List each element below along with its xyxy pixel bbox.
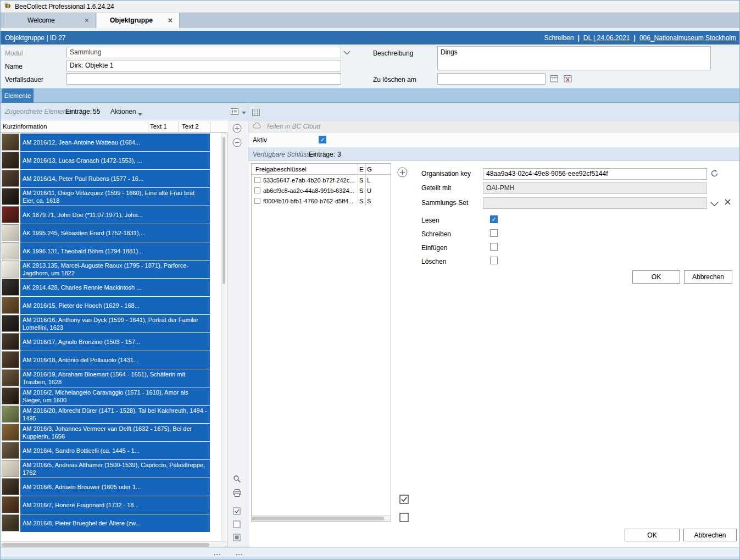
element-row[interactable]: AM 2016/5, Andreas Althamer (1500-1539),… [1, 459, 220, 478]
permission-row: Löschen [421, 256, 531, 269]
element-row[interactable]: AM 2016/17, Agnolo Bronzino (1503 - 157.… [1, 332, 220, 351]
element-row[interactable]: AM 2016/8, Pieter Brueghel der Ältere (z… [1, 514, 220, 532]
scrollbar-thumb[interactable] [252, 517, 384, 520]
permission-checkbox[interactable] [490, 229, 498, 237]
close-icon[interactable]: × [167, 17, 174, 24]
element-row[interactable]: AM 2016/15, Pieter de Hooch (1629 - 168.… [1, 296, 220, 314]
permission-label: Einfügen [421, 244, 447, 252]
column-freigabeschluessel[interactable]: Freigabeschlüssel [255, 166, 358, 173]
vertical-scrollbar[interactable] [221, 133, 226, 541]
organisation-key-input[interactable]: 48aa9a43-02c4-49e8-9056-eee92cf5144f [483, 168, 707, 180]
key-row[interactable]: ab6cf9c8-aa2c-44a8-991b-6324...SU [252, 185, 391, 196]
ok-button[interactable]: OK [632, 270, 680, 284]
search-icon[interactable] [231, 473, 242, 484]
key-checkbox[interactable] [254, 198, 260, 204]
zu-loeschen-input[interactable] [437, 73, 546, 85]
key-checkbox[interactable] [254, 177, 260, 183]
uncheck-all-icon[interactable] [231, 519, 242, 530]
key-row[interactable]: f0004b10-bfb1-4760-b762-d5ff4...SS [252, 196, 391, 206]
element-row[interactable]: AK 1996.131, Theobald Böhm (1794-1881)..… [1, 242, 220, 260]
element-row[interactable]: AM 2016/2, Michelangelo Caravaggio (1571… [1, 387, 220, 405]
element-row[interactable]: AM 2016/19, Abraham Bloemart (1564 - 165… [1, 369, 220, 387]
column-text2[interactable]: Text 2 [182, 123, 199, 130]
element-row[interactable]: AM 2016/6, Adriaen Brouwer (1605 oder 1.… [1, 478, 220, 496]
add-elements-icon[interactable] [231, 123, 242, 134]
modul-select[interactable]: Sammlung [66, 47, 341, 58]
permission-checkbox[interactable] [490, 243, 498, 251]
grid-view-icon[interactable] [251, 107, 261, 118]
name-input[interactable]: Dirk: Objekte 1 [66, 60, 341, 71]
element-row[interactable]: AM 2016/13, Lucas Cranach (1472-1553), .… [1, 151, 220, 169]
verfallsdauer-input[interactable] [66, 73, 341, 85]
add-key-icon[interactable] [397, 167, 408, 178]
element-row[interactable]: AK 1995.245, Sébastien Erard (1752-1831)… [1, 224, 220, 242]
close-icon[interactable]: × [84, 17, 90, 24]
download-date-link[interactable]: DL | 24.06.2021 [583, 34, 630, 42]
select-all-keys-icon[interactable] [398, 494, 409, 504]
element-row[interactable]: AM 2016/16, Anthony van Dyck (1599 - 164… [1, 314, 220, 332]
scrollbar-thumb[interactable] [2, 543, 209, 547]
column-e[interactable]: E [358, 164, 365, 174]
element-row[interactable]: AM 2016/14, Peter Paul Rubens (1577 - 16… [1, 169, 220, 187]
beschreibung-label: Beschreibung [373, 49, 413, 57]
permission-checkbox[interactable] [490, 257, 498, 264]
organisation-link[interactable]: 006_Nationalmuseum Stockholm [639, 34, 736, 42]
key-guid: 533c5647-e7ab-4b20-b72f-242c... [263, 177, 358, 184]
clear-icon[interactable] [724, 198, 731, 207]
chevron-down-icon[interactable] [710, 201, 719, 208]
calendar-icon[interactable] [550, 74, 558, 84]
chevron-down-icon[interactable] [138, 110, 142, 118]
key-checkbox[interactable] [254, 187, 260, 193]
key-row[interactable]: 533c5647-e7ab-4b20-b72f-242c...SL [252, 175, 391, 185]
column-text1[interactable]: Text 1 [150, 123, 167, 130]
check-all-icon[interactable] [231, 506, 242, 517]
column-kurzinformation[interactable]: Kurzinformation [3, 123, 47, 130]
sammlungs-set-input[interactable] [483, 197, 707, 209]
element-row[interactable]: AK 2914.428, Charles Rennie Mackintosh .… [1, 278, 220, 296]
tab-welcome[interactable]: Welcome × [5, 13, 96, 28]
aktiv-checkbox[interactable] [319, 136, 326, 143]
element-row[interactable]: AM 2016/7, Honoré Fragonard (1732 - 18..… [1, 496, 220, 514]
deselect-all-keys-icon[interactable] [398, 512, 409, 523]
select-checked-icon[interactable] [231, 532, 242, 543]
element-thumbnail [2, 333, 19, 350]
beschreibung-textarea[interactable]: Dings [437, 46, 711, 70]
element-row[interactable]: AM 2016/3, Johannes Vermeer van Delft (1… [1, 423, 220, 441]
cancel-button[interactable]: Abbrechen [684, 270, 732, 284]
remove-elements-icon[interactable] [231, 137, 242, 148]
element-row[interactable]: AM 2016/11, Diego Velàzquez (1599 - 1660… [1, 187, 220, 206]
element-row[interactable]: AK 2913.135, Marcel-Auguste Raoux (1795 … [1, 260, 220, 278]
geteilt-mit-input[interactable]: OAI-PMH [483, 182, 707, 194]
horizontal-scrollbar[interactable] [252, 515, 391, 521]
element-row[interactable]: AK 1879.71, John Doe (*11.07.1971), Joha… [1, 206, 220, 224]
element-row[interactable]: AM 2016/18, Antonio del Pollaiuolo (1431… [1, 351, 220, 369]
elements-toolbar: Zugeordnete Elemente Einträge: 55 Aktion… [1, 103, 227, 120]
chevron-down-icon[interactable] [343, 49, 350, 57]
element-thumbnail [2, 224, 19, 241]
column-g[interactable]: G [365, 164, 373, 174]
print-icon[interactable] [231, 487, 242, 498]
section-tabstrip: Elemente [1, 88, 740, 103]
name-value: Dirk: Objekte 1 [70, 62, 113, 69]
geteilt-mit-label: Geteilt mit [421, 184, 451, 192]
overflow-ellipsis[interactable]: ... [236, 549, 243, 557]
element-row[interactable]: AM 2016/4, Sandro Botticelli (ca. 1445 -… [1, 441, 220, 459]
tab-objektgruppe[interactable]: Objektgruppe × [96, 13, 180, 28]
element-row[interactable]: AM 2016/12, Jean-Antoine Watteau (1684..… [1, 133, 220, 151]
aktionen-menu-button[interactable]: Aktionen [110, 108, 136, 115]
schreiben-link[interactable]: Schreiben [544, 34, 574, 42]
status-bar: ... ... [1, 547, 740, 560]
tab-elemente[interactable]: Elemente [2, 88, 34, 103]
footer-ok-button[interactable]: OK [625, 529, 680, 541]
refresh-icon[interactable] [710, 169, 719, 179]
scrollbar-thumb[interactable] [222, 137, 225, 284]
calendar-clear-icon[interactable] [564, 74, 572, 84]
horizontal-scrollbar[interactable] [1, 541, 227, 547]
element-row[interactable]: AM 2016/20, Albrecht Dürer (1471 - 1528)… [1, 405, 220, 423]
permission-checkbox[interactable] [490, 215, 498, 223]
overflow-ellipsis[interactable]: ... [214, 549, 221, 557]
element-thumbnail [2, 406, 19, 423]
element-thumbnail [2, 351, 19, 368]
tab-welcome-label: Welcome [27, 16, 84, 24]
footer-cancel-button[interactable]: Abbrechen [683, 529, 737, 541]
